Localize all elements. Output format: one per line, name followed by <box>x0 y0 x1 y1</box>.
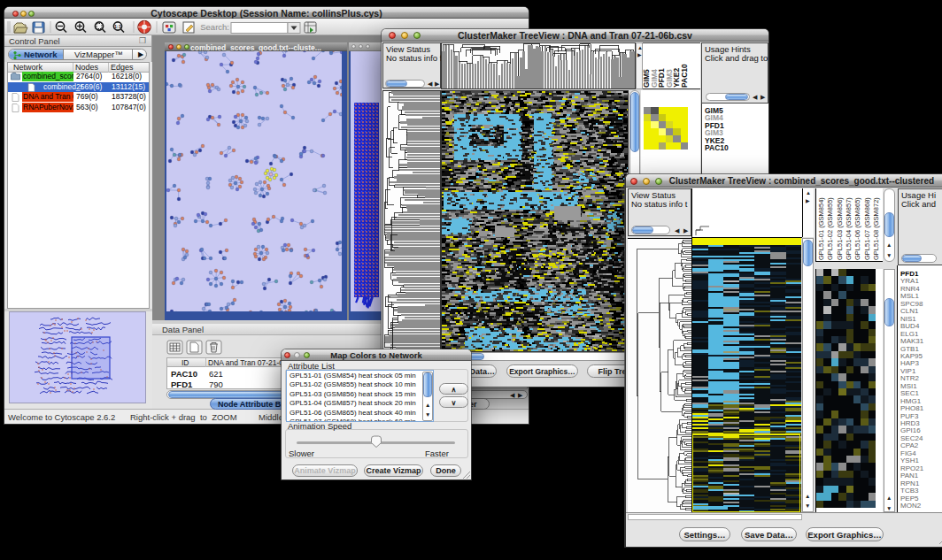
svg-text:GPL51-08 (GSM872): GPL51-08 (GSM872) <box>872 197 880 260</box>
svg-text:PAC10: PAC10 <box>680 64 689 88</box>
svg-text:GPL51-01 (GSM854): GPL51-01 (GSM854) <box>817 197 825 260</box>
svg-text:GPL51-04 (GSM857): GPL51-04 (GSM857) <box>845 197 853 260</box>
svg-text:GPL51-07 (GSM868): GPL51-07 (GSM868) <box>863 197 871 260</box>
svg-text:GPL51-02 (GSM855): GPL51-02 (GSM855) <box>826 197 834 260</box>
svg-text:GPL51-03 (GSM856): GPL51-03 (GSM856) <box>836 197 844 260</box>
svg-text:Search:: Search: <box>200 22 229 32</box>
svg-text:GPL51-06 (GSM865): GPL51-06 (GSM865) <box>853 197 861 260</box>
svg-text:1:1: 1:1 <box>114 24 121 29</box>
